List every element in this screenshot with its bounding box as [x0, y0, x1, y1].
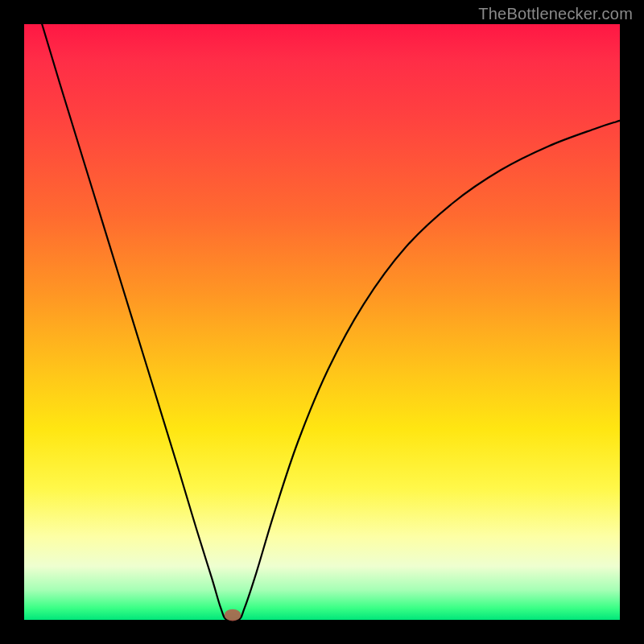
current-config-marker [225, 609, 242, 621]
chart-frame: TheBottlenecker.com [0, 0, 644, 644]
plot-svg [24, 24, 620, 620]
plot-area [24, 24, 620, 620]
watermark-text: TheBottlenecker.com [478, 5, 633, 23]
bottleneck-curve [42, 24, 620, 621]
